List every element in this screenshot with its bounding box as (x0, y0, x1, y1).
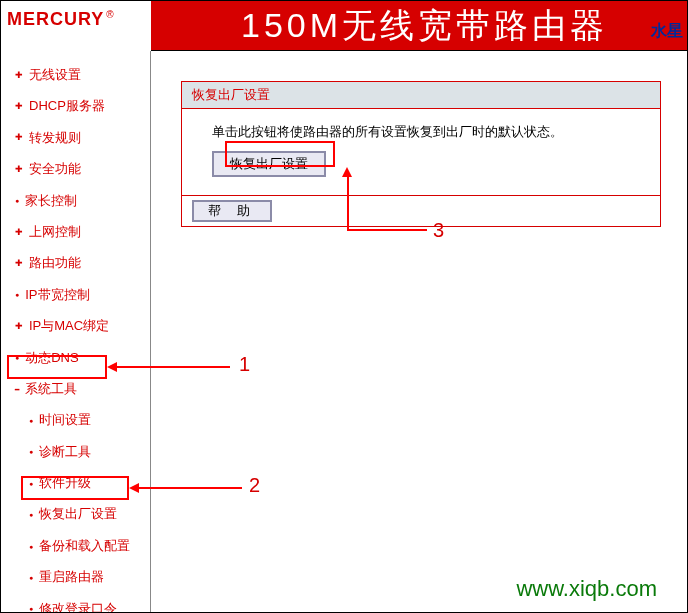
dot-icon (29, 505, 33, 523)
nav-label: 修改登录口令 (39, 597, 117, 613)
nav-backup-restore[interactable]: 备份和载入配置 (1, 530, 150, 561)
nav-system-tools[interactable]: 系统工具 (1, 373, 150, 404)
logo-reg: ® (106, 9, 113, 20)
nav-diagnostics[interactable]: 诊断工具 (1, 436, 150, 467)
reset-panel: 恢复出厂设置 单击此按钮将使路由器的所有设置恢复到出厂时的默认状态。 恢复出厂设… (181, 81, 661, 196)
nav-label: IP与MAC绑定 (29, 314, 109, 337)
logo: MERCURY ® (1, 1, 151, 51)
nav-ip-mac[interactable]: IP与MAC绑定 (1, 310, 150, 341)
expand-icon (15, 66, 23, 84)
nav-parental[interactable]: 家长控制 (1, 185, 150, 216)
nav-label: 恢复出厂设置 (39, 502, 117, 525)
dot-icon (15, 191, 19, 209)
sidebar: 无线设置 DHCP服务器 转发规则 安全功能 家长控制 上网控制 路由功能 IP… (1, 51, 151, 612)
nav-routing[interactable]: 路由功能 (1, 247, 150, 278)
nav-label: 重启路由器 (39, 565, 104, 588)
collapse-icon (15, 380, 19, 398)
main-content: 恢复出厂设置 单击此按钮将使路由器的所有设置恢复到出厂时的默认状态。 恢复出厂设… (151, 51, 687, 612)
nav-label: 诊断工具 (39, 440, 91, 463)
header-subtitle: 水星 (651, 21, 683, 42)
dot-icon (29, 411, 33, 429)
panel-body: 单击此按钮将使路由器的所有设置恢复到出厂时的默认状态。 恢复出厂设置 (182, 109, 660, 195)
dot-icon (29, 474, 33, 492)
logo-text: MERCURY (7, 9, 104, 30)
nav-label: 家长控制 (25, 189, 77, 212)
nav-factory-reset[interactable]: 恢复出厂设置 (1, 498, 150, 529)
factory-reset-button[interactable]: 恢复出厂设置 (212, 151, 326, 177)
nav-ddns[interactable]: 动态DNS (1, 342, 150, 373)
nav-label: 时间设置 (39, 408, 91, 431)
app-header: MERCURY ® 150M无线宽带路由器 水星 (1, 1, 687, 51)
dot-icon (29, 442, 33, 460)
nav-label: 系统工具 (25, 377, 77, 400)
nav-label: 无线设置 (29, 63, 81, 86)
nav-label: 上网控制 (29, 220, 81, 243)
nav-dhcp[interactable]: DHCP服务器 (1, 90, 150, 121)
nav-label: 软件升级 (39, 471, 91, 494)
nav-bandwidth[interactable]: IP带宽控制 (1, 279, 150, 310)
nav-reboot[interactable]: 重启路由器 (1, 561, 150, 592)
nav-security[interactable]: 安全功能 (1, 153, 150, 184)
dot-icon (29, 537, 33, 555)
dot-icon (29, 599, 33, 613)
expand-icon (15, 160, 23, 178)
nav-label: IP带宽控制 (25, 283, 89, 306)
nav-forwarding[interactable]: 转发规则 (1, 122, 150, 153)
help-bar: 帮 助 (181, 196, 661, 227)
nav-label: 安全功能 (29, 157, 81, 180)
nav-label: 备份和载入配置 (39, 534, 130, 557)
dot-icon (29, 568, 33, 586)
nav-label: 转发规则 (29, 126, 81, 149)
panel-title: 恢复出厂设置 (182, 82, 660, 109)
expand-icon (15, 317, 23, 335)
help-button[interactable]: 帮 助 (192, 200, 272, 222)
nav-label: DHCP服务器 (29, 94, 105, 117)
expand-icon (15, 254, 23, 272)
nav-wireless[interactable]: 无线设置 (1, 59, 150, 90)
panel-desc: 单击此按钮将使路由器的所有设置恢复到出厂时的默认状态。 (212, 123, 640, 141)
header-title: 150M无线宽带路由器 (241, 3, 608, 49)
dot-icon (15, 285, 19, 303)
nav-access-control[interactable]: 上网控制 (1, 216, 150, 247)
dot-icon (15, 348, 19, 366)
nav-change-password[interactable]: 修改登录口令 (1, 593, 150, 613)
expand-icon (15, 128, 23, 146)
nav-firmware[interactable]: 软件升级 (1, 467, 150, 498)
expand-icon (15, 223, 23, 241)
expand-icon (15, 97, 23, 115)
nav-label: 路由功能 (29, 251, 81, 274)
nav-time-settings[interactable]: 时间设置 (1, 404, 150, 435)
nav-label: 动态DNS (25, 346, 78, 369)
